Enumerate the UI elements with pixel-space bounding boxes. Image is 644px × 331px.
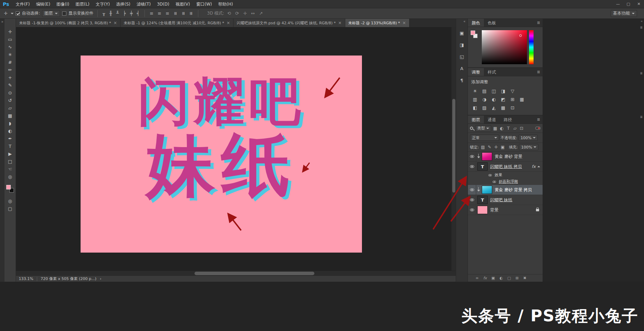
layer-fx-badge[interactable]: fx [532,164,540,169]
history-panel-icon[interactable]: ▣ [457,28,467,37]
lasso-tool[interactable]: ∿ [6,43,15,51]
zoom-tool[interactable]: ◎ [6,173,15,180]
saturation-brightness-picker[interactable] [482,30,527,64]
layer-filter-toggle[interactable] [535,127,540,130]
close-button[interactable]: ✕ [634,0,644,8]
move-tool[interactable]: ✛ [6,28,15,35]
layer-thumbnail[interactable] [482,152,492,161]
tool-preset-caret-icon[interactable] [11,13,14,14]
tab-close-icon[interactable]: × [114,20,117,25]
align-right-edges-icon[interactable]: ╡ [136,10,141,17]
layer-row[interactable]: T 闪耀吧 妹纸 [468,195,543,205]
filter-adjustment-layers-icon[interactable]: ◐ [499,126,504,131]
filter-type-layers-icon[interactable]: T [506,126,511,131]
layer-row-selected[interactable]: 黄金 磨砂 背景 拷贝 [468,185,543,195]
tab-styles[interactable]: 样式 [484,68,500,76]
healing-brush-tool[interactable]: + [6,74,15,81]
horizontal-scrollbar[interactable] [16,271,456,275]
vibrance-icon[interactable]: ▽ [509,88,516,94]
toolbar-collapse-icon[interactable]: » [1,20,3,24]
quick-mask-mode-icon[interactable]: ◎ [6,197,15,205]
visibility-cell[interactable] [468,205,476,215]
visibility-cell[interactable] [468,152,476,161]
opacity-dropdown[interactable]: 100% [519,135,538,141]
menu-layer[interactable]: 图层(L) [72,0,92,8]
foreground-color-swatch[interactable] [6,185,11,189]
panel-menu-icon[interactable]: ≣ [535,68,543,76]
screen-mode-icon[interactable]: ▢ [6,205,15,212]
dock-collapse-icon[interactable]: « [641,19,643,23]
blend-mode-dropdown[interactable]: 正常 [470,135,499,141]
layer-row[interactable]: 黄金 磨砂 背景 [468,152,543,162]
channel-mixer-icon[interactable]: ⊞ [509,96,516,103]
lock-image-pixels-icon[interactable]: ✎ [487,145,492,150]
menu-help[interactable]: 帮助(H) [215,0,236,8]
hue-saturation-icon[interactable]: ▥ [471,96,479,103]
menu-view[interactable]: 视图(V) [172,0,193,8]
distribute-left-edges-icon[interactable]: ≡ [172,10,179,16]
status-chevron-icon[interactable]: › [100,277,101,281]
3d-rotate-icon[interactable]: ⟲ [226,10,232,17]
blur-tool[interactable]: ◗ [6,119,15,127]
auto-select-checkbox[interactable] [16,11,20,16]
gradient-map-icon[interactable]: ▩ [499,104,507,111]
document-tab-3[interactable]: 闪耀吧妹纸源文件.psd @ 42.4% (闪耀吧 妹纸, RGB/8) * × [233,19,345,27]
layer-row[interactable]: 背景 [468,205,543,215]
dodge-tool[interactable]: ◐ [6,127,15,135]
type-tool[interactable]: T [6,142,15,150]
document-tab-2[interactable]: 未标题 -1 @ 124% (全场通用 满100元 减10元, RGB/8) *… [121,19,233,27]
filter-smart-objects-icon[interactable]: ⊡ [519,126,524,131]
hue-slider[interactable] [529,30,534,64]
character-panel-icon[interactable]: A [457,64,467,73]
marquee-tool[interactable]: ▭ [6,35,15,43]
add-layer-mask-icon[interactable]: ▣ [492,276,495,280]
visibility-cell[interactable] [468,162,476,171]
tab-paths[interactable]: 路径 [500,116,516,124]
text-layer-thumbnail[interactable]: T [477,196,488,204]
color-swatches[interactable] [6,185,14,193]
foreground-color-swatch[interactable] [471,31,475,35]
tab-close-icon[interactable]: × [338,20,342,25]
lock-all-icon[interactable]: ▣ [500,145,505,150]
panel-menu-icon[interactable]: ≣ [640,26,643,29]
menu-filter[interactable]: 滤镜(T) [133,0,154,8]
panel-menu-icon[interactable]: ≣ [535,116,543,124]
new-adjustment-layer-icon[interactable]: ◐ [499,276,503,280]
3d-scale-icon[interactable]: ↗ [258,10,264,17]
align-vertical-centers-icon[interactable]: ╫ [108,10,113,17]
brightness-contrast-icon[interactable]: ☀ [471,88,479,94]
lock-position-icon[interactable]: ✛ [494,145,499,150]
info-panel-icon[interactable]: ◱ [457,52,467,61]
path-selection-tool[interactable]: ▶ [6,150,15,158]
delete-layer-icon[interactable]: ✖ [523,276,526,280]
pen-tool[interactable]: ✒ [6,135,15,142]
eye-icon[interactable] [493,180,496,183]
move-tool-icon[interactable]: ✛ [3,10,9,17]
document-canvas[interactable]: 闪耀吧 妹纸 [81,56,362,253]
document-tab-4-active[interactable]: 未标题 -2 @ 133%(RGB/8) * × [345,19,410,27]
canvas-viewport[interactable]: 闪耀吧 妹纸 [16,27,451,271]
align-bottom-edges-icon[interactable]: ╨ [115,10,120,17]
layer-thumbnail[interactable] [482,186,492,194]
quick-selection-tool[interactable]: ✳ [6,51,15,58]
align-top-edges-icon[interactable]: ╥ [101,10,106,17]
menu-image[interactable]: 图像(I) [53,0,73,8]
tab-close-icon[interactable]: × [226,20,230,25]
layer-thumbnail[interactable] [477,206,488,214]
filter-shape-layers-icon[interactable]: ▱ [512,126,518,131]
eyedropper-tool[interactable]: ✏ [6,66,15,74]
curves-icon[interactable]: ◫ [490,88,497,94]
threshold-icon[interactable]: ◭ [490,104,497,111]
eraser-tool[interactable]: ▱ [6,104,15,112]
effect-item-row[interactable]: 斜面和浮雕 [468,178,543,185]
distribute-horizontal-centers-icon[interactable]: ≡ [180,10,187,16]
tab-adjustments[interactable]: 调整 [468,68,484,76]
color-picker-marker[interactable] [519,34,522,37]
layer-style-icon[interactable]: fx [483,276,487,280]
paragraph-panel-icon[interactable]: ¶ [457,76,467,85]
tab-color[interactable]: 颜色 [468,19,484,27]
align-left-edges-icon[interactable]: ╞ [122,10,127,17]
distribute-top-edges-icon[interactable]: ≡ [149,10,155,17]
posterize-icon[interactable]: ▨ [481,104,488,111]
eye-icon[interactable] [488,174,492,176]
